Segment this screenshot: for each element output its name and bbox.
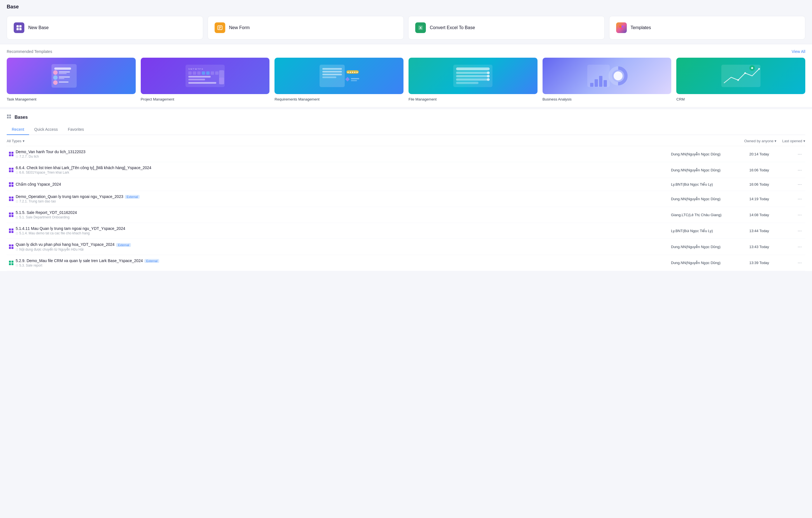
template-thumb-file	[408, 58, 538, 94]
templates-card[interactable]: Templates	[609, 16, 806, 39]
badge-external: External	[116, 243, 131, 247]
svg-rect-85	[11, 185, 13, 187]
row-base-icon	[7, 212, 16, 217]
row-sub-icon: ⊡	[16, 155, 18, 159]
table-row[interactable]: Chấm công Yspace_2024 Ly.BNT(Bùi Ngọc Ti…	[7, 178, 805, 191]
svg-rect-34	[188, 82, 216, 84]
table-row[interactable]: Quan ly dich vu phan phoi hang hoa_YDT_Y…	[7, 239, 805, 255]
svg-point-53	[487, 72, 490, 74]
tab-favorites[interactable]: Favorites	[63, 124, 89, 135]
row-owner: Dung.NN(Nguyễn Ngọc Dũng)	[671, 197, 749, 201]
svg-rect-102	[9, 261, 11, 263]
template-name-req: Requirements Management	[274, 97, 319, 101]
row-more-button[interactable]: ···	[794, 196, 805, 202]
svg-rect-46	[351, 80, 357, 81]
svg-rect-74	[9, 152, 11, 154]
row-name: 5.2.9. Demo_Mau file CRM va quan ly sale…	[16, 258, 671, 263]
svg-rect-2	[17, 28, 19, 30]
svg-point-67	[758, 68, 760, 70]
new-base-card[interactable]: New Base	[7, 16, 203, 39]
table-row[interactable]: Demo_Operation_Quan ly trung tam ngoai n…	[7, 191, 805, 207]
template-project-management[interactable]: S M T W T F S Project Management	[141, 58, 270, 101]
row-owner: Dung.NN(Nguyễn Ngọc Dũng)	[671, 152, 749, 156]
svg-rect-81	[11, 170, 13, 172]
filter-all-types[interactable]: All Types ▾	[7, 139, 25, 143]
recommended-section: Recommended Templates View All Task	[0, 44, 812, 109]
owner-chevron: ▾	[775, 139, 777, 143]
svg-rect-79	[11, 168, 13, 170]
row-name: 5.1.4.11 Mau Quan ly trung tam ngoai ngu…	[16, 226, 671, 231]
table-row[interactable]: 5.1.4.11 Mau Quan ly trung tam ngoai ngu…	[7, 223, 805, 239]
page-title: Base	[7, 4, 19, 9]
table-row[interactable]: Demo_Van hanh Tour du lich_13122023 ⊡ 7.…	[7, 146, 805, 162]
svg-rect-50	[456, 75, 490, 77]
row-more-button[interactable]: ···	[794, 260, 805, 266]
bases-section: Bases Recent Quick Access Favorites All …	[0, 109, 812, 271]
row-sub-icon: ⊡	[16, 216, 18, 219]
sort-filter[interactable]: Last opened ▾	[782, 139, 805, 143]
svg-rect-76	[9, 154, 11, 156]
svg-rect-99	[11, 244, 13, 246]
templates-label: Templates	[631, 25, 651, 30]
svg-rect-19	[59, 77, 70, 78]
row-time: 13:43 Today	[749, 245, 794, 249]
row-more-button[interactable]: ···	[794, 182, 805, 187]
row-more-button[interactable]: ···	[794, 212, 805, 218]
svg-point-21	[53, 80, 58, 85]
row-sub: ⊡ 6.6. SE01Yspace_Trien khai Lark	[16, 170, 671, 174]
view-all-link[interactable]: View All	[791, 49, 805, 54]
row-sub: ⊡ 7.2.1. Trung tam dao tao	[16, 199, 671, 203]
svg-rect-70	[7, 114, 9, 116]
svg-rect-103	[11, 261, 13, 263]
row-owner: Giang.LTC(Lê Thị Châu Giang)	[671, 213, 749, 217]
template-business-analysis[interactable]: Business Analysis	[543, 58, 671, 101]
convert-excel-card[interactable]: X Convert Excel To Base	[408, 16, 605, 39]
row-sub: ⊡ Nội dung được chuyển từ Nguyễn Hữu Hải	[16, 247, 671, 251]
row-more-button[interactable]: ···	[794, 151, 805, 157]
table-row[interactable]: 5.1.5. Sale Report_YDT_01162024 ⊡ 5.1. S…	[7, 207, 805, 223]
recommended-header: Recommended Templates View All	[7, 49, 805, 54]
row-time: 13:44 Today	[749, 229, 794, 233]
svg-rect-20	[59, 78, 64, 79]
row-more-button[interactable]: ···	[794, 244, 805, 250]
svg-rect-94	[9, 228, 11, 230]
svg-rect-36	[219, 78, 224, 84]
row-name: 6.6.4. Check list trien khai Lark_[Tên c…	[16, 165, 671, 170]
template-name-project: Project Management	[141, 97, 174, 101]
new-base-icon	[14, 22, 24, 33]
row-name: Quan ly dich vu phan phoi hang hoa_YDT_Y…	[16, 242, 671, 247]
row-base-icon	[7, 152, 16, 157]
table-row[interactable]: 6.6.4. Check list trien khai Lark_[Tên c…	[7, 162, 805, 178]
svg-rect-41	[322, 77, 336, 78]
owner-filter[interactable]: Owned by anyone ▾	[744, 139, 777, 143]
sort-chevron: ▾	[803, 139, 805, 143]
tab-recent[interactable]: Recent	[7, 124, 29, 135]
row-more-button[interactable]: ···	[794, 167, 805, 173]
row-time: 13:39 Today	[749, 261, 794, 265]
row-main: Demo_Van hanh Tour du lich_13122023 ⊡ 7.…	[16, 149, 671, 159]
template-task-management[interactable]: Task Management	[7, 58, 136, 101]
svg-rect-77	[11, 154, 13, 156]
template-file-management[interactable]: File Management	[408, 58, 538, 101]
row-owner: Ly.BNT(Bùi Ngọc Tiểu Ly)	[671, 182, 749, 187]
svg-point-69	[737, 79, 739, 81]
svg-rect-32	[188, 76, 211, 78]
row-more-button[interactable]: ···	[794, 228, 805, 234]
row-base-icon	[7, 182, 16, 187]
row-owner: Dung.NN(Nguyễn Ngọc Dũng)	[671, 261, 749, 265]
row-base-icon	[7, 167, 16, 172]
new-form-label: New Form	[229, 25, 250, 30]
template-name-file: File Management	[408, 97, 436, 101]
bases-icon	[7, 114, 12, 120]
new-form-card[interactable]: New Form	[208, 16, 404, 39]
row-base-icon	[7, 196, 16, 201]
svg-rect-45	[351, 78, 359, 79]
svg-rect-38	[322, 68, 342, 70]
tab-quick-access[interactable]: Quick Access	[29, 124, 63, 135]
filter-label: All Types	[7, 139, 22, 143]
template-crm[interactable]: CRM	[676, 58, 805, 101]
row-main: 6.6.4. Check list trien khai Lark_[Tên c…	[16, 165, 671, 174]
table-row[interactable]: 5.2.9. Demo_Mau file CRM va quan ly sale…	[7, 255, 805, 271]
template-requirements-management[interactable]: ★★★★★ Requirements Management	[274, 58, 404, 101]
svg-rect-80	[9, 170, 11, 172]
